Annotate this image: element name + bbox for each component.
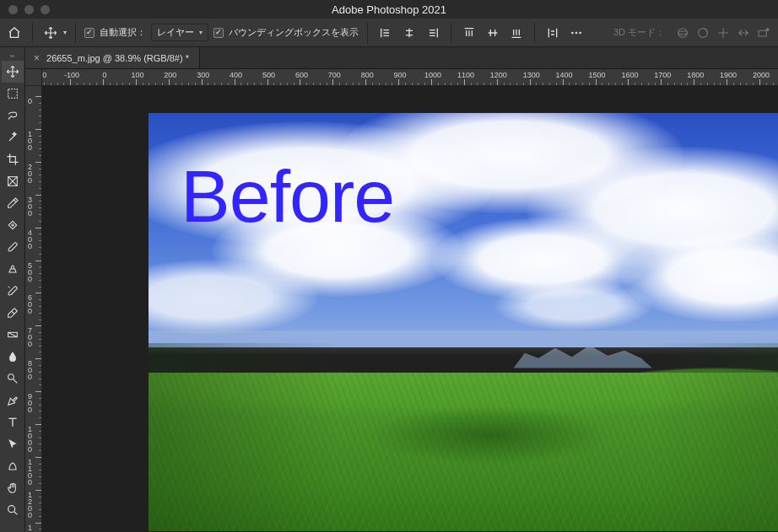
auto-select-checkbox[interactable] (84, 28, 95, 38)
slide-3d-button[interactable] (734, 24, 753, 42)
divider (75, 23, 76, 43)
svg-point-2 (579, 31, 581, 34)
divider (367, 23, 368, 43)
svg-rect-6 (759, 30, 766, 36)
align-left-button[interactable] (376, 24, 395, 42)
clone-stamp-tool[interactable] (2, 258, 24, 280)
hand-tool[interactable] (2, 477, 24, 499)
svg-point-7 (766, 28, 769, 30)
close-window-button[interactable] (8, 5, 18, 14)
svg-rect-8 (8, 89, 17, 99)
auto-select-label: 自動選択： (100, 26, 146, 39)
align-top-button[interactable] (460, 24, 478, 42)
svg-point-3 (678, 28, 688, 37)
align-center-h-button[interactable] (400, 24, 419, 42)
pen-tool[interactable] (2, 390, 24, 411)
align-middle-v-button[interactable] (484, 24, 502, 42)
svg-point-4 (678, 31, 688, 35)
eyedropper-tool[interactable] (2, 192, 24, 214)
ruler-origin[interactable] (25, 69, 42, 86)
canvas-viewport[interactable]: -200-10001002003004005006007008009001000… (25, 69, 778, 532)
vertical-ruler[interactable]: 0100200300400500600700800900100011001200… (25, 86, 42, 532)
canvas-background: Before (42, 86, 778, 532)
chevron-down-icon: ▾ (199, 29, 203, 36)
align-bottom-button[interactable] (507, 24, 526, 42)
move-tool[interactable] (2, 61, 24, 83)
align-right-button[interactable] (424, 24, 442, 42)
svg-point-0 (571, 31, 574, 34)
auto-select-target-value: レイヤー (157, 26, 194, 39)
close-tab-button[interactable]: × (34, 52, 40, 64)
zoom-window-button[interactable] (41, 5, 50, 14)
active-tool-indicator[interactable]: ▾ (41, 24, 67, 42)
home-button[interactable] (5, 24, 24, 42)
type-tool[interactable] (2, 411, 24, 433)
gradient-tool[interactable] (2, 324, 24, 346)
document-tabs: × 26655_m.jpg @ 38.9% (RGB/8#) * (25, 47, 778, 69)
tools-panel: ›› (0, 47, 25, 532)
blur-tool[interactable] (2, 346, 24, 368)
zoom-tool[interactable] (2, 499, 24, 521)
roll-3d-button[interactable] (694, 24, 712, 42)
auto-select-target-dropdown[interactable]: レイヤー ▾ (151, 24, 208, 41)
show-bbox-label: バウンディングボックスを表示 (229, 26, 359, 39)
document-tab[interactable]: × 26655_m.jpg @ 38.9% (RGB/8#) * (25, 47, 200, 68)
move-icon (41, 24, 60, 42)
marquee-tool[interactable] (2, 83, 24, 105)
work-area: ›› × 26655_m.jpg @ 38.9% (RGB/8#) * (0, 47, 778, 532)
chevron-down-icon: ▾ (63, 29, 67, 36)
brush-tool[interactable] (2, 236, 24, 258)
dodge-tool[interactable] (2, 368, 24, 390)
mode-3d-label: 3D モード： (613, 26, 665, 39)
horizontal-ruler[interactable]: -200-10001002003004005006007008009001000… (42, 69, 778, 86)
history-brush-tool[interactable] (2, 280, 24, 302)
options-bar: ▾ 自動選択： レイヤー ▾ バウンディングボックスを表示 3D モード： (0, 19, 778, 47)
distribute-button[interactable] (543, 24, 562, 42)
document-area: × 26655_m.jpg @ 38.9% (RGB/8#) * -200-10… (25, 47, 778, 532)
magic-wand-tool[interactable] (2, 126, 24, 148)
app-title: Adobe Photoshop 2021 (0, 3, 778, 16)
title-bar: Adobe Photoshop 2021 (0, 0, 778, 19)
shape-tool[interactable] (2, 455, 24, 477)
scale-3d-button[interactable] (754, 24, 773, 42)
svg-point-1 (575, 31, 578, 34)
show-bbox-checkbox[interactable] (213, 28, 224, 38)
toolbar-expand-button[interactable]: ›› (0, 51, 24, 61)
pan-3d-button[interactable] (714, 24, 732, 42)
document-tab-label: 26655_m.jpg @ 38.9% (RGB/8#) * (46, 53, 189, 63)
window-controls (0, 5, 50, 14)
divider (534, 23, 535, 43)
divider (451, 23, 451, 43)
svg-point-13 (8, 506, 14, 513)
orbit-3d-button[interactable] (673, 24, 692, 42)
landscape-image: Before (149, 113, 778, 531)
document-image[interactable]: Before (149, 113, 778, 531)
frame-tool[interactable] (2, 170, 24, 192)
healing-brush-tool[interactable] (2, 214, 24, 236)
lasso-tool[interactable] (2, 105, 24, 126)
more-options-button[interactable] (567, 24, 586, 42)
divider (32, 23, 33, 43)
eraser-tool[interactable] (2, 302, 24, 324)
crop-tool[interactable] (2, 148, 24, 170)
minimize-window-button[interactable] (24, 5, 34, 14)
svg-point-12 (8, 374, 14, 380)
path-selection-tool[interactable] (2, 433, 24, 455)
